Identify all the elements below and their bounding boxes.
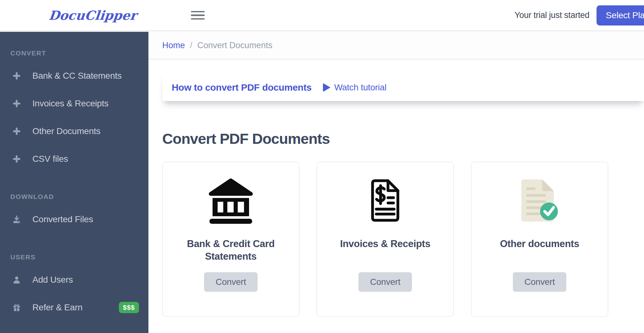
sidebar-item-bank-cc-statements[interactable]: Bank & CC Statements (0, 62, 148, 90)
app-root: DocuClipper Your trial just started Sele… (0, 0, 644, 333)
card-invoices-receipts: Invoices & Receipts Convert (317, 162, 454, 317)
sidebar-item-label: Converted Files (32, 214, 93, 224)
sidebar-item-label: CSV files (32, 154, 68, 164)
card-other-documents: Other documents Convert (471, 162, 608, 317)
gift-icon (12, 303, 21, 312)
breadcrumb: Home / Convert Documents (148, 32, 644, 59)
plus-icon (12, 99, 21, 108)
banner-title: How to convert PDF documents (172, 82, 312, 93)
card-title: Invoices & Receipts (340, 238, 430, 250)
sidebar-item-other-documents[interactable]: Other Documents (0, 117, 148, 145)
sidebar-item-label: Bank & CC Statements (32, 71, 122, 81)
document-check-icon (519, 177, 560, 224)
trial-status-text: Your trial just started (514, 10, 589, 20)
app-logo[interactable]: DocuClipper (48, 8, 137, 23)
breadcrumb-separator: / (190, 41, 192, 50)
top-header: DocuClipper Your trial just started Sele… (0, 0, 644, 31)
main-content: Home / Convert Documents How to convert … (148, 32, 644, 333)
sidebar-item-refer-earn[interactable]: Refer & Earn $$$ (0, 294, 148, 321)
sidebar-section-download: DOWNLOAD (0, 193, 148, 200)
header-right-group: Your trial just started Select Plan (514, 5, 644, 25)
download-icon (12, 215, 21, 224)
sidebar-item-label: Invoices & Receipts (32, 99, 108, 109)
watch-tutorial-link[interactable]: Watch tutorial (323, 82, 386, 93)
hamburger-icon (191, 14, 205, 16)
invoice-dollar-icon (368, 177, 402, 224)
breadcrumb-current: Convert Documents (197, 41, 273, 50)
hamburger-icon (191, 18, 205, 20)
convert-other-documents-button[interactable]: Convert (513, 272, 567, 292)
convert-invoices-receipts-button[interactable]: Convert (358, 272, 412, 292)
sidebar-item-invoices-receipts[interactable]: Invoices & Receipts (0, 90, 148, 117)
sidebar-item-label: Other Documents (32, 126, 100, 136)
breadcrumb-home-link[interactable]: Home (162, 41, 185, 50)
watch-tutorial-label: Watch tutorial (334, 82, 386, 93)
sidebar-section-users: USERS (0, 253, 148, 261)
sidebar: CONVERT Bank & CC Statements Invoices & … (0, 32, 148, 333)
tutorial-banner: How to convert PDF documents Watch tutor… (162, 74, 644, 101)
plus-icon (12, 127, 21, 136)
card-title: Other documents (500, 238, 579, 250)
sidebar-item-csv-files[interactable]: CSV files (0, 145, 148, 173)
page-title: Convert PDF Documents (148, 130, 644, 147)
card-bank-statements: Bank & Credit Card Statements Convert (162, 162, 299, 317)
sidebar-item-label: Add Users (32, 275, 73, 285)
menu-toggle-button[interactable] (190, 9, 205, 22)
play-icon (323, 83, 330, 92)
sidebar-section-convert: CONVERT (0, 49, 148, 57)
money-badge: $$$ (119, 302, 139, 313)
select-plan-button[interactable]: Select Plan (597, 5, 644, 25)
convert-bank-statements-button[interactable]: Convert (204, 272, 258, 292)
sidebar-item-converted-files[interactable]: Converted Files (0, 206, 148, 233)
user-icon (12, 275, 21, 284)
sidebar-item-label: Refer & Earn (32, 302, 82, 313)
plus-icon (12, 155, 21, 163)
plus-icon (12, 71, 21, 80)
hamburger-icon (191, 11, 205, 13)
sidebar-item-add-users[interactable]: Add Users (0, 266, 148, 294)
bank-icon (207, 177, 254, 224)
card-title: Bank & Credit Card Statements (180, 238, 281, 262)
convert-cards: Bank & Credit Card Statements Convert (148, 162, 644, 317)
